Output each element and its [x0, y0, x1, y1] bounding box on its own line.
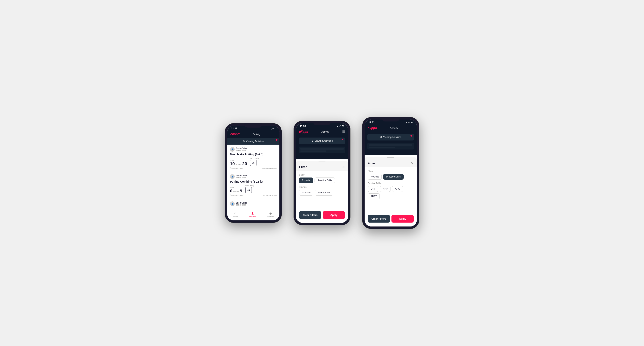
score-label-1: Score — [230, 160, 247, 161]
signal-icon-3: ▲ — [406, 122, 407, 124]
ott-btn-3[interactable]: OTT — [368, 186, 378, 192]
activities-icon: ♟ — [251, 212, 254, 215]
nav-bar-3: clippd Activity ☰ — [364, 125, 417, 132]
score-label-2: Score — [230, 187, 242, 188]
apply-btn-2[interactable]: Apply — [323, 211, 345, 219]
card-header-3: 👤 Josh Coles 28 Feb 2023 ··· — [230, 201, 277, 206]
score-value-1: 10 — [230, 162, 235, 166]
practice-drills-section-label-3: Practice Drills — [368, 182, 414, 184]
card-user-3: 👤 Josh Coles 28 Feb 2023 — [230, 201, 248, 206]
score-section-2: Score 0 OUT OF 9 — [230, 187, 242, 193]
card-footer-2: ⓘ Test Information Data: Clippd Capture — [230, 194, 277, 196]
avatar-3: 👤 — [230, 201, 235, 206]
score-section-1: Score 10 OUT OF 20 — [230, 160, 247, 166]
notification-dot-3 — [410, 135, 412, 137]
practice-round-btn-2[interactable]: Practice — [299, 190, 313, 195]
logo-1: clippd — [230, 133, 240, 136]
clear-filters-btn-3[interactable]: Clear Filters — [368, 215, 390, 223]
out-of-2: OUT OF — [233, 191, 239, 193]
notch-2 — [313, 121, 331, 125]
data-source-1: Data: Clippd Capture — [262, 167, 277, 169]
clear-filters-btn-2[interactable]: Clear Filters — [299, 211, 321, 219]
modal-body-3: Show Rounds Practice Drills Practice Dri… — [364, 167, 417, 213]
app-btn-3[interactable]: APP — [380, 186, 390, 192]
practice-drills-btn-2[interactable]: Practice Drills — [314, 177, 335, 183]
nav-capture[interactable]: ⊕ Capture — [268, 212, 274, 218]
user-name-1: Josh Coles — [236, 147, 248, 150]
stats-row-2: Score 0 OUT OF 9 Shot Quality 45 — [230, 185, 277, 193]
avatar-img-1: 👤 — [230, 147, 234, 152]
menu-icon-2[interactable]: ☰ — [342, 130, 345, 134]
tournament-btn-2[interactable]: Tournament — [315, 190, 333, 195]
test-info-1: ⓘ Test Information — [230, 167, 243, 169]
notification-dot-1 — [276, 139, 278, 141]
nav-home-label: Home — [233, 215, 238, 217]
activity-card-1: 👤 Josh Coles 28 Feb 2023 ··· Must Make P… — [227, 145, 280, 172]
modal-title-2: Filter — [299, 165, 307, 169]
more-dots-1[interactable]: ··· — [274, 148, 277, 151]
show-label-2: Show — [299, 173, 345, 176]
nav-activities[interactable]: ♟ Activities — [249, 212, 256, 218]
nav-title-2: Activity — [321, 130, 329, 133]
phone-1: 11:33 ▲ ⬡ 51 clippd Activity ☰ ⚙ Viewing… — [225, 123, 282, 223]
notch — [244, 123, 262, 128]
modal-header-3: Filter ✕ — [364, 159, 417, 167]
card-user-1: 👤 Josh Coles 28 Feb 2023 — [230, 147, 248, 152]
data-source-2: Data: Clippd Capture — [262, 194, 277, 196]
test-info-2: ⓘ Test Information — [230, 194, 243, 196]
shot-quality-section-2: Shot Quality 45 — [246, 185, 254, 193]
card-header-2: 👤 Josh Coles 28 Feb 2023 ··· — [230, 174, 277, 179]
arg-btn-3[interactable]: ARG — [392, 186, 403, 192]
score-value-2: 0 — [230, 189, 232, 193]
show-filter-buttons-3: Rounds Practice Drills — [368, 174, 414, 180]
close-icon-3[interactable]: ✕ — [411, 161, 414, 166]
filter-modal-3: Filter ✕ Show Rounds Practice Drills Pra… — [364, 157, 417, 226]
time-3: 11:33 — [368, 121, 374, 124]
viewing-activities-2: ⚙ Viewing Activities — [299, 138, 345, 144]
signal-icon: ▲ — [268, 128, 270, 130]
card-header-1: 👤 Josh Coles 28 Feb 2023 ··· — [230, 147, 277, 152]
wifi-icon-3: ⬡ — [408, 122, 410, 124]
stats-row-1: Score 10 OUT OF 20 Shot Quality 75 — [230, 158, 277, 166]
viewing-activities-3: ⚙ Viewing Activities — [367, 134, 414, 141]
card-ghost-2 — [299, 147, 345, 153]
practice-drills-btn-3[interactable]: Practice Drills — [383, 174, 404, 180]
total-value-1: 20 — [242, 162, 247, 166]
menu-icon-3[interactable]: ☰ — [411, 126, 414, 130]
rounds-section-label-2: Rounds — [299, 186, 345, 188]
nav-home[interactable]: ⌂ Home — [233, 212, 238, 218]
menu-icon-1[interactable]: ☰ — [274, 132, 276, 136]
scene: 11:33 ▲ ⬡ 51 clippd Activity ☰ ⚙ Viewing… — [213, 105, 431, 241]
viewing-label-2: Viewing Activities — [315, 140, 333, 142]
logo-2: clippd — [299, 130, 308, 134]
logo-3: clippd — [368, 126, 377, 130]
phone-3-screen: 11:33 ▲ ⬡ 51 clippd Activity ☰ ⚙ Viewing… — [364, 120, 417, 226]
home-icon: ⌂ — [234, 212, 236, 215]
notch-3 — [382, 117, 400, 122]
blurred-bg-2: ⚙ Viewing Activities — [296, 136, 348, 159]
rounds-btn-3[interactable]: Rounds — [368, 174, 382, 180]
activity-card-2: 👤 Josh Coles 28 Feb 2023 ··· Putting Com… — [227, 172, 280, 199]
viewing-activities-1[interactable]: ⚙ Viewing Activities — [227, 138, 280, 145]
close-icon-2[interactable]: ✕ — [342, 165, 345, 169]
time-2: 11:33 — [300, 125, 306, 128]
nav-title-1: Activity — [252, 133, 260, 136]
more-dots-2[interactable]: ··· — [274, 175, 277, 178]
score-inline-1: 10 OUT OF 20 — [230, 162, 247, 166]
shot-quality-value-1: 75 — [250, 160, 256, 166]
more-dots-3[interactable]: ··· — [274, 202, 277, 205]
apply-btn-3[interactable]: Apply — [392, 215, 414, 223]
filter-icon-3: ⚙ — [380, 136, 382, 139]
modal-footer-2: Clear Filters Apply — [296, 209, 348, 223]
card-title-2: Putting Combine (3-15 ft) — [230, 180, 277, 183]
out-of-1: OUT OF — [236, 164, 241, 166]
nav-bar-1: clippd Activity ☰ — [227, 131, 280, 138]
nav-title-3: Activity — [390, 127, 398, 130]
phone-1-screen: 11:33 ▲ ⬡ 51 clippd Activity ☰ ⚙ Viewing… — [227, 126, 280, 220]
avatar-1: 👤 — [230, 147, 235, 152]
user-date-1: 28 Feb 2023 — [236, 150, 248, 152]
rounds-btn-2[interactable]: Rounds — [299, 177, 313, 183]
wifi-icon-2: ⬡ — [340, 125, 341, 127]
modal-handle-3 — [387, 157, 394, 158]
putt-btn-3[interactable]: PUTT — [368, 193, 380, 199]
